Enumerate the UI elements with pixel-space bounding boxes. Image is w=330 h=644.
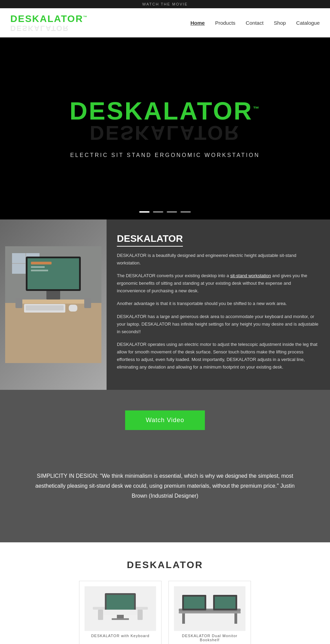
logo[interactable]: DESKALATOR™ bbox=[10, 13, 88, 24]
svg-rect-10 bbox=[31, 262, 52, 264]
svg-rect-6 bbox=[15, 300, 91, 304]
feature-product-image bbox=[5, 246, 101, 363]
feature-title: DESKALATOR bbox=[117, 233, 183, 247]
nav-shop[interactable]: Shop bbox=[274, 20, 286, 26]
dot-4[interactable] bbox=[180, 211, 191, 213]
product-image-2 bbox=[174, 586, 245, 631]
svg-rect-14 bbox=[26, 305, 64, 310]
product-2-svg bbox=[175, 588, 244, 629]
feature-para-5: DESKALATOR operates using an electric mo… bbox=[117, 341, 320, 371]
nav-products[interactable]: Products bbox=[215, 20, 235, 26]
product-1-svg bbox=[86, 588, 155, 629]
feature-para-4: DESKALATOR has a large and generous desk… bbox=[117, 313, 320, 336]
svg-rect-17 bbox=[84, 298, 91, 308]
dot-2[interactable] bbox=[153, 211, 163, 213]
svg-rect-19 bbox=[98, 610, 103, 620]
product-label-1: DESKALATOR with Keyboard bbox=[85, 634, 156, 638]
svg-rect-16 bbox=[15, 298, 22, 308]
logo-text: DESKALATOR™ bbox=[10, 13, 88, 24]
feature-content: DESKALATOR DESKALATOR is a beautifully d… bbox=[107, 219, 330, 390]
product-section: DESKALATOR DESKALATOR with Key bbox=[0, 542, 330, 644]
hero-slide-dots[interactable] bbox=[139, 211, 191, 213]
svg-rect-27 bbox=[179, 611, 241, 613]
watch-video-button[interactable]: Watch Video bbox=[125, 410, 205, 430]
hero-subtitle: ELECTRIC SIT STAND ERGONOMIC WORKSTATION bbox=[70, 152, 260, 158]
dot-1[interactable] bbox=[139, 211, 150, 213]
hero-logo-container: DESKALATOR™ DESKALATOR bbox=[69, 99, 260, 142]
svg-rect-25 bbox=[103, 610, 138, 615]
nav-catalogue[interactable]: Catalogue bbox=[296, 20, 320, 26]
products-grid: DESKALATOR with Keyboard bbox=[10, 581, 320, 644]
watch-video-section: Watch Video bbox=[0, 390, 330, 451]
svg-rect-29 bbox=[234, 613, 237, 624]
svg-rect-15 bbox=[69, 305, 77, 312]
feature-para-3: Another advantage is that it is transpor… bbox=[117, 300, 320, 307]
nav-contact[interactable]: Contact bbox=[246, 20, 264, 26]
logo-tm: ™ bbox=[83, 15, 88, 20]
svg-rect-11 bbox=[31, 266, 45, 268]
svg-rect-20 bbox=[138, 610, 143, 620]
svg-rect-33 bbox=[215, 597, 235, 609]
feature-section: DESKALATOR DESKALATOR is a beautifully d… bbox=[0, 219, 330, 390]
hero-logo-main-wrapper: DESKALATOR™ bbox=[69, 99, 260, 123]
hero-logo-main: DESKALATOR™ bbox=[69, 97, 260, 125]
feature-image-area bbox=[0, 219, 107, 390]
logo-reflection: DESKALATOR bbox=[10, 24, 88, 32]
hero-section: DESKALATOR™ DESKALATOR ELECTRIC SIT STAN… bbox=[0, 37, 330, 219]
quote-section: SIMPLICITY IN DESIGN: "We think minimali… bbox=[0, 451, 330, 521]
nav-home[interactable]: Home bbox=[190, 20, 205, 26]
svg-rect-31 bbox=[184, 597, 205, 609]
product-label-2: DESKALATOR Dual Monitor Bookshelf bbox=[174, 634, 245, 642]
nav: Home Products Contact Shop Catalogue bbox=[190, 20, 320, 26]
top-bar[interactable]: WATCH THE MOVIE bbox=[0, 0, 330, 8]
product-card-1[interactable]: DESKALATOR with Keyboard bbox=[79, 581, 162, 644]
svg-rect-24 bbox=[112, 618, 129, 620]
feature-para-1: DESKALATOR is a beautifully designed and… bbox=[117, 252, 320, 267]
spacer-dark bbox=[0, 522, 330, 542]
feature-para-2: The DESKALATOR converts your existing de… bbox=[117, 272, 320, 295]
logo-area: DESKALATOR™ DESKALATOR bbox=[10, 13, 88, 32]
product-card-2[interactable]: DESKALATOR Dual Monitor Bookshelf bbox=[168, 581, 251, 644]
svg-rect-22 bbox=[107, 595, 134, 612]
product-image-1 bbox=[85, 586, 156, 631]
svg-rect-28 bbox=[182, 613, 185, 624]
svg-rect-12 bbox=[31, 270, 48, 271]
product-section-title: DESKALATOR bbox=[10, 560, 320, 570]
hero-logo-reflection: DESKALATOR bbox=[90, 124, 240, 142]
top-bar-text: WATCH THE MOVIE bbox=[142, 2, 188, 6]
quote-text: SIMPLICITY IN DESIGN: "We think minimali… bbox=[28, 471, 302, 501]
dot-3[interactable] bbox=[167, 211, 177, 213]
header: DESKALATOR™ DESKALATOR Home Products Con… bbox=[0, 8, 330, 37]
